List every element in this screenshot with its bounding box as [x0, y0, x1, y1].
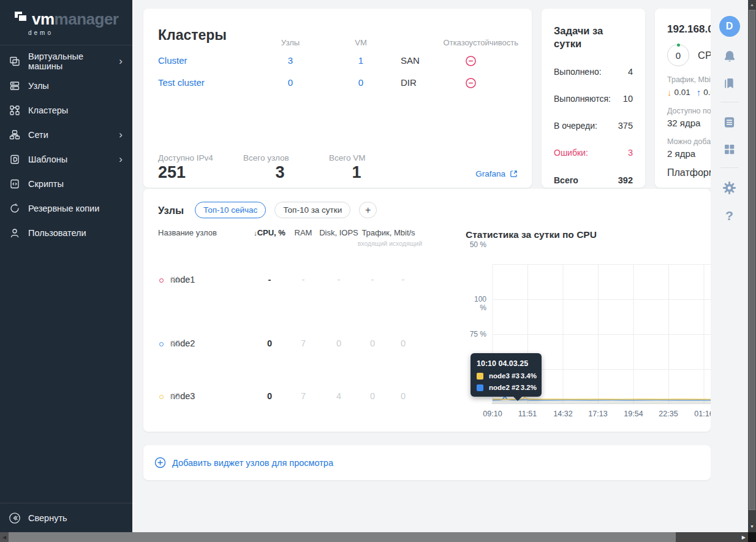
sidebar-item-label: Шаблоны: [28, 155, 67, 164]
cluster-row: Cluster 3 1 SAN: [143, 55, 532, 69]
nodes-tabs: Топ-10 сейчас Топ-10 за сутки +: [195, 202, 377, 218]
chevron-right-icon: ›: [119, 153, 123, 166]
app-logo[interactable]: vmmanager demo: [0, 0, 132, 36]
users-icon: [9, 227, 21, 239]
sidebar-item-label: Пользователи: [28, 228, 86, 238]
y-axis-tick: 50 %: [466, 240, 486, 249]
series-marker: [159, 278, 164, 283]
tooltip-entry: node3 #3 3.4%: [477, 372, 537, 380]
notifications-button[interactable]: [723, 49, 736, 64]
add-widget-button[interactable]: Добавить виджет узлов для просмотра: [143, 445, 711, 480]
cluster-storage-type: SAN: [401, 55, 420, 66]
node-id: #3: [170, 391, 180, 401]
sidebar-item-scripts[interactable]: Скрипты: [0, 172, 132, 196]
cluster-link[interactable]: Cluster: [158, 55, 187, 66]
series-color-swatch: [477, 384, 483, 391]
col-cpu-sortable[interactable]: ↓CPU, %: [251, 228, 288, 237]
collapse-label: Свернуть: [28, 513, 67, 523]
external-link-icon: [509, 169, 518, 178]
sidebar-item-templates[interactable]: Шаблоны ›: [0, 147, 132, 172]
chart-tooltip: 10:10 04.03.25 node3 #3 3.4% node2 #2 3.…: [471, 353, 542, 397]
task-total-value: 392: [618, 175, 633, 185]
node-cpu: 0: [251, 338, 288, 348]
sidebar-item-nodes[interactable]: Узлы: [0, 74, 132, 98]
scrollbar-corner: [748, 532, 756, 542]
task-row-errors: Ошибки: 3: [554, 148, 633, 158]
settings-button[interactable]: [722, 180, 736, 195]
node-traffic-in: -: [358, 275, 387, 284]
sidebar-item-networks[interactable]: Сети ›: [0, 123, 132, 147]
horizontal-scrollbar[interactable]: ◀ ▶: [0, 532, 748, 542]
chevron-right-icon: ›: [119, 55, 123, 67]
add-tab-button[interactable]: +: [359, 202, 377, 218]
task-label: Ошибки:: [554, 148, 588, 158]
cluster-link[interactable]: Test cluster: [158, 77, 205, 88]
sidebar-item-backups[interactable]: Резервные копии: [0, 196, 132, 221]
node-disk: 0: [321, 338, 357, 348]
task-value: 10: [623, 94, 633, 104]
task-value: 4: [628, 67, 633, 77]
task-label: Выполнено:: [554, 67, 602, 77]
tooltip-series-name: node2 #2: [489, 384, 521, 391]
x-axis-tick: 19:54: [615, 410, 652, 418]
series-color-swatch: [477, 373, 483, 380]
grafana-link[interactable]: Grafana: [475, 169, 518, 178]
book-icon: [723, 77, 736, 90]
docs-button[interactable]: [723, 76, 736, 91]
clusters-col-fault-tolerance: Отказоустойчивость: [444, 38, 518, 47]
horizontal-scroll-thumb[interactable]: [9, 532, 676, 542]
stat-total-nodes-label: Всего узлов: [243, 153, 289, 162]
rail-divider: [720, 167, 739, 168]
collapse-sidebar-button[interactable]: Свернуть: [0, 503, 132, 532]
subcol-outgoing: исходящий: [382, 240, 429, 247]
col-traffic[interactable]: Трафик, Mbit/s: [358, 228, 419, 237]
cluster-nodes-count[interactable]: 0: [254, 77, 327, 88]
vertical-scrollbar[interactable]: ▲ ▼: [748, 0, 756, 532]
sidebar-item-label: Сети: [28, 130, 48, 140]
cluster-vm-count[interactable]: 0: [327, 77, 395, 88]
scroll-right-arrow[interactable]: ▶: [742, 532, 746, 542]
stat-total-vm-label: Всего VM: [329, 153, 365, 162]
node-traffic-in: 0: [358, 338, 387, 348]
node-cpu: -: [251, 275, 288, 284]
x-axis-tick: 09:10: [474, 410, 511, 418]
cluster-vm-count[interactable]: 1: [327, 55, 395, 66]
host-vm-count: 0: [676, 50, 681, 61]
sidebar-item-users[interactable]: Пользователи: [0, 221, 132, 245]
sidebar-item-clusters[interactable]: Кластеры: [0, 98, 132, 123]
cluster-nodes-count[interactable]: 3: [254, 55, 327, 66]
node-row: node3 #3 0 7 4 0 0: [143, 391, 444, 403]
clusters-card: Кластеры Узлы VM Отказоустойчивость Clus…: [143, 9, 532, 188]
tab-top10-now[interactable]: Топ-10 сейчас: [195, 202, 266, 218]
tasks-card: Задачи за сутки Выполнено: 4 Выполняются…: [542, 9, 645, 188]
scroll-down-arrow[interactable]: ▼: [748, 524, 756, 529]
vertical-scroll-thumb[interactable]: [749, 10, 755, 510]
nodes-icon: [9, 80, 21, 92]
plus-circle-icon: [154, 457, 166, 468]
node-traffic-out: 0: [388, 338, 418, 348]
x-axis-tick: 17:13: [580, 410, 616, 418]
scroll-left-arrow[interactable]: ◀: [0, 532, 9, 542]
ha-disabled-icon: [450, 55, 491, 69]
apps-button[interactable]: [723, 142, 736, 156]
node-traffic-out: -: [388, 275, 418, 284]
user-avatar[interactable]: D: [719, 16, 740, 37]
tab-top10-day[interactable]: Топ-10 за сутки: [274, 202, 350, 218]
log-button[interactable]: [723, 115, 736, 129]
help-button[interactable]: ?: [725, 208, 733, 223]
x-axis-tick: 22:35: [650, 410, 687, 418]
task-row: В очереди: 375: [554, 121, 633, 131]
traffic-up-arrow-icon: ↑: [697, 87, 701, 97]
scroll-up-arrow[interactable]: ▲: [748, 0, 756, 9]
sidebar: vmmanager demo Виртуальные машины › Узлы…: [0, 0, 132, 532]
icon-rail: D ?: [711, 0, 748, 532]
sidebar-item-label: Кластеры: [28, 105, 68, 115]
sidebar-item-virtual-machines[interactable]: Виртуальные машины ›: [0, 49, 132, 74]
task-row: Выполнено: 4: [554, 67, 633, 77]
stat-total-nodes-value: 3: [243, 163, 317, 182]
status-online-dot: [677, 44, 680, 47]
host-vm-count-badge: 0: [667, 44, 689, 66]
col-node-name: Название узлов: [158, 228, 217, 237]
sidebar-item-label: Резервные копии: [28, 204, 99, 213]
chart-title: Статистика за сутки по CPU: [466, 229, 711, 240]
